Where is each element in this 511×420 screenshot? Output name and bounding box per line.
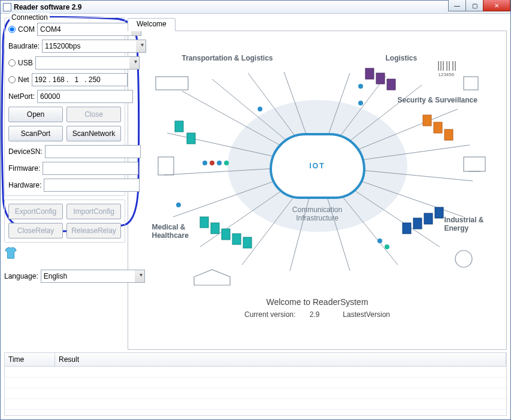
open-close-row: Open Close (8, 107, 121, 122)
svg-rect-45 (376, 73, 385, 84)
sector-security: Security & Surveillance (398, 96, 477, 104)
language-label: Language: (4, 272, 38, 280)
usb-row: USB (8, 56, 121, 70)
client-area: Connection COM Baudrate: USB (1, 14, 510, 419)
importconfig-button[interactable]: ImportConfig (66, 204, 121, 219)
svg-point-29 (258, 107, 262, 111)
maximize-button[interactable]: ▢ (465, 0, 483, 11)
config-row1: ExportConfig ImportConfig (8, 204, 121, 219)
table-row (5, 377, 506, 388)
app-icon (3, 3, 11, 11)
com-radio[interactable] (8, 26, 16, 33)
firmware-input[interactable] (43, 162, 138, 175)
language-row: Language: (4, 270, 125, 283)
results-rows[interactable] (5, 367, 506, 415)
barcode-text: 123456 (439, 72, 455, 77)
usb-combo[interactable] (35, 56, 140, 70)
svg-point-52 (455, 250, 472, 267)
svg-rect-33 (211, 223, 219, 234)
svg-rect-41 (423, 115, 431, 126)
svg-rect-48 (464, 157, 485, 171)
iot-illustration: 123456 IOT Communication Infrastructure … (140, 43, 495, 289)
welcome-block: Welcome to ReaderSystem Current version:… (244, 295, 390, 321)
svg-rect-43 (445, 129, 453, 140)
baud-label: Baudrate: (8, 42, 40, 50)
close-window-button[interactable]: ✕ (483, 0, 510, 11)
svg-rect-51 (156, 77, 188, 90)
scannetwork-button[interactable]: ScanNetwork (66, 126, 121, 141)
closerelay-button[interactable]: CloseRelay (8, 223, 63, 238)
devicesn-row: DeviceSN: (8, 145, 121, 158)
svg-rect-39 (424, 213, 433, 224)
minimize-button[interactable]: — (448, 0, 466, 11)
svg-rect-42 (434, 122, 442, 133)
svg-rect-35 (232, 234, 241, 244)
titlebar: Reader software 2.9 — ▢ ✕ (1, 1, 510, 14)
welcome-pane: 123456 IOT Communication Infrastructure … (128, 31, 507, 350)
svg-rect-44 (365, 68, 374, 79)
firmware-label: Firmware: (8, 164, 40, 173)
svg-rect-34 (222, 229, 230, 240)
net-ip-input[interactable] (32, 73, 128, 86)
releaserelay-button[interactable]: ReleaseRelay (66, 223, 121, 238)
sector-industrial: Industrial & Energy (445, 216, 484, 232)
col-result-header[interactable]: Result (55, 353, 506, 366)
config-group: ExportConfig ImportConfig CloseRelay Rel… (4, 200, 125, 243)
svg-rect-32 (200, 217, 208, 228)
exportconfig-button[interactable]: ExportConfig (8, 204, 63, 219)
svg-point-21 (210, 161, 214, 165)
svg-rect-30 (175, 121, 183, 132)
baud-combo[interactable] (42, 40, 146, 53)
tabstrip: Welcome (128, 17, 507, 31)
svg-point-20 (202, 161, 207, 165)
left-column: Connection COM Baudrate: USB (4, 17, 125, 350)
svg-point-26 (176, 203, 181, 207)
usb-radio[interactable] (8, 59, 16, 67)
right-column: Welcome (128, 17, 507, 350)
table-row (5, 399, 506, 410)
top-zone: Connection COM Baudrate: USB (4, 17, 507, 350)
results-header: Time Result (5, 353, 506, 367)
results-list: Time Result (4, 352, 507, 416)
hardware-label: Hardware: (8, 181, 41, 189)
net-row: Net (8, 73, 121, 86)
col-time-header[interactable]: Time (5, 353, 55, 366)
table-row (5, 367, 506, 377)
window-title: Reader software 2.9 (14, 3, 81, 11)
svg-point-28 (385, 244, 389, 249)
welcome-line1: Welcome to ReaderSystem (244, 297, 390, 307)
tab-welcome[interactable]: Welcome (128, 18, 176, 31)
welcome-line2: Current version: 2.9 LastestVersion (244, 309, 390, 319)
tshirt-icon[interactable] (4, 246, 17, 259)
devicesn-label: DeviceSN: (8, 147, 43, 156)
svg-rect-46 (387, 79, 395, 90)
com-label: COM (18, 25, 35, 34)
scan-row: ScanPort ScanNetwork (8, 126, 121, 141)
net-radio[interactable] (8, 76, 16, 83)
firmware-row: Firmware: (8, 162, 121, 175)
sector-logistics: Logistics (386, 54, 418, 62)
language-combo[interactable] (41, 270, 145, 283)
svg-rect-37 (403, 223, 411, 234)
open-button[interactable]: Open (8, 107, 63, 122)
svg-point-23 (224, 161, 229, 165)
app-window: Reader software 2.9 — ▢ ✕ Connection COM (0, 0, 511, 420)
iot-cloud: IOT (270, 133, 365, 199)
svg-point-27 (377, 238, 382, 243)
com-combo[interactable] (37, 23, 141, 36)
connection-group: Connection COM Baudrate: USB (4, 17, 125, 196)
netport-row: NetPort: (8, 90, 121, 103)
devicesn-input[interactable] (45, 145, 141, 158)
hardware-input[interactable] (44, 179, 140, 192)
scanport-button[interactable]: ScanPort (8, 126, 63, 141)
netport-label: NetPort: (8, 92, 35, 101)
baud-row: Baudrate: (8, 40, 121, 53)
svg-point-22 (217, 161, 222, 165)
sector-transport: Transportation & Logistics (182, 54, 273, 62)
net-label: Net (18, 75, 29, 84)
netport-input[interactable] (37, 90, 133, 103)
svg-rect-31 (187, 133, 195, 144)
usb-label: USB (18, 59, 33, 67)
close-button[interactable]: Close (66, 107, 121, 122)
svg-point-25 (358, 101, 363, 105)
